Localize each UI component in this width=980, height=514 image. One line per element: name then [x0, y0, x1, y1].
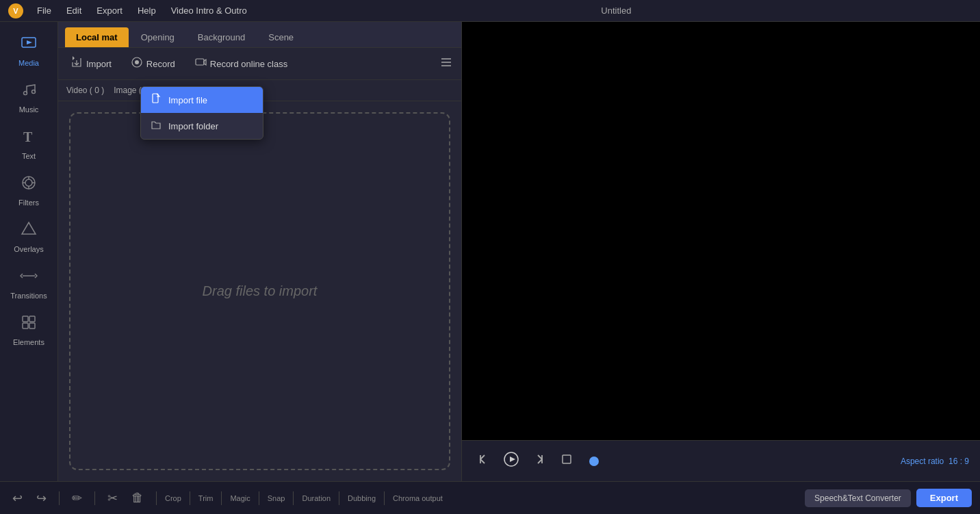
bottom-sep-8: [339, 491, 339, 505]
folder-icon: [151, 119, 162, 133]
cut-button[interactable]: ✂: [103, 488, 122, 509]
media-icon: [20, 34, 38, 56]
dubbing-label: Dubbing: [348, 494, 376, 502]
tab-scene[interactable]: Scene: [257, 27, 305, 47]
media-label: Media: [18, 59, 39, 67]
transitions-icon: [20, 267, 38, 289]
import-file-option[interactable]: Import file: [141, 87, 263, 113]
crop-label: Crop: [165, 494, 181, 502]
sidebar-item-overlays[interactable]: Overlays: [0, 215, 57, 259]
record-label: Record: [146, 59, 175, 69]
tab-local-mat[interactable]: Local mat: [65, 27, 129, 47]
overlays-label: Overlays: [14, 245, 43, 253]
aspect-ratio: Aspect ratio 16 : 9: [901, 457, 969, 466]
import-label: Import: [86, 59, 112, 69]
svg-marker-11: [22, 222, 36, 234]
file-icon: [151, 93, 162, 107]
svg-point-3: [32, 90, 36, 94]
drop-area[interactable]: Drag files to import: [69, 112, 450, 470]
sidebar-item-music[interactable]: Music: [0, 75, 57, 119]
overlays-icon: [20, 220, 38, 242]
filters-icon: [20, 174, 38, 196]
speech-text-converter-button[interactable]: Speech&Text Converter: [805, 489, 911, 507]
drop-area-text: Drag files to import: [203, 283, 318, 299]
svg-rect-14: [29, 316, 35, 322]
aspect-ratio-value: 16 : 9: [949, 457, 969, 466]
svg-marker-21: [204, 60, 206, 65]
menu-help[interactable]: Help: [135, 4, 159, 17]
chroma-output-label: Chroma output: [393, 494, 443, 502]
svg-text:T: T: [23, 129, 33, 144]
panel-toolbar: Import Record Record o: [58, 48, 461, 80]
text-label: Text: [22, 152, 36, 160]
snap-label: Snap: [268, 494, 285, 502]
menu-export[interactable]: Export: [94, 4, 125, 17]
import-folder-label: Import folder: [168, 121, 218, 131]
sidebar-item-media[interactable]: Media: [0, 29, 57, 73]
menu-edit[interactable]: Edit: [64, 4, 84, 17]
filters-label: Filters: [18, 198, 39, 207]
import-button[interactable]: Import: [66, 53, 116, 74]
svg-marker-28: [510, 457, 515, 462]
bottom-sep-4: [190, 491, 190, 505]
main-layout: Media Music T Text: [0, 22, 980, 481]
svg-rect-30: [563, 455, 571, 463]
duration-label: Duration: [302, 494, 331, 502]
preview-panel: Aspect ratio 16 : 9: [462, 22, 980, 481]
sidebar-item-transitions[interactable]: Transitions: [0, 261, 57, 305]
app-logo: V: [8, 3, 23, 18]
stop-button[interactable]: [556, 449, 577, 473]
svg-point-19: [135, 60, 139, 64]
export-button[interactable]: Export: [916, 489, 972, 507]
bottom-sep-7: [293, 491, 294, 505]
left-sidebar: Media Music T Text: [0, 22, 58, 481]
bottom-bar: ↩ ↪ ✏ ✂ 🗑 Crop Trim Magic Snap Duration …: [0, 481, 980, 514]
import-file-label: Import file: [168, 95, 207, 105]
svg-rect-13: [23, 316, 28, 322]
music-icon: [20, 81, 38, 103]
music-label: Music: [19, 105, 39, 114]
sub-tab-video[interactable]: Video ( 0 ): [66, 84, 104, 97]
record-online-button[interactable]: Record online class: [190, 53, 292, 74]
record-online-icon: [194, 56, 207, 71]
bottom-sep-6: [259, 491, 259, 505]
sidebar-item-text[interactable]: T Text: [0, 122, 57, 166]
bottom-sep-2: [94, 491, 95, 505]
undo-button[interactable]: ↩: [8, 488, 27, 509]
redo-button[interactable]: ↪: [32, 488, 51, 509]
trim-label: Trim: [198, 494, 214, 502]
draw-button[interactable]: ✏: [68, 488, 86, 509]
menu-video-intro[interactable]: Video Intro & Outro: [168, 4, 250, 17]
svg-rect-20: [196, 59, 204, 65]
preview-area: [462, 22, 980, 440]
aspect-ratio-label: Aspect ratio: [901, 457, 944, 466]
svg-marker-1: [27, 40, 32, 44]
transitions-label: Transitions: [10, 292, 47, 300]
bottom-sep-1: [59, 491, 60, 505]
sidebar-item-filters[interactable]: Filters: [0, 168, 57, 212]
step-forward-button[interactable]: [529, 449, 550, 473]
title-bar: V File Edit Export Help Video Intro & Ou…: [0, 0, 980, 22]
record-button[interactable]: Record: [127, 53, 179, 74]
magic-label: Magic: [230, 494, 250, 502]
step-back-button[interactable]: [473, 449, 493, 473]
text-icon: T: [20, 127, 38, 149]
sidebar-item-elements[interactable]: Elements: [0, 308, 57, 352]
svg-rect-15: [23, 323, 28, 329]
tab-opening[interactable]: Opening: [130, 27, 185, 47]
bottom-sep-3: [156, 491, 157, 505]
menu-file[interactable]: File: [34, 4, 54, 17]
panel-tabs: Local mat Opening Background Scene: [58, 22, 461, 48]
progress-indicator: [589, 457, 599, 466]
elements-label: Elements: [13, 338, 44, 346]
record-icon: [131, 56, 143, 71]
list-view-icon[interactable]: [439, 55, 453, 73]
svg-rect-16: [29, 323, 35, 329]
import-folder-option[interactable]: Import folder: [141, 113, 263, 139]
import-dropdown: Import file Import folder: [140, 86, 263, 140]
delete-button[interactable]: 🗑: [127, 488, 148, 508]
play-button[interactable]: [500, 448, 522, 474]
tab-background[interactable]: Background: [187, 27, 256, 47]
menu-bar: File Edit Export Help Video Intro & Outr…: [34, 4, 250, 17]
svg-point-6: [25, 179, 32, 186]
